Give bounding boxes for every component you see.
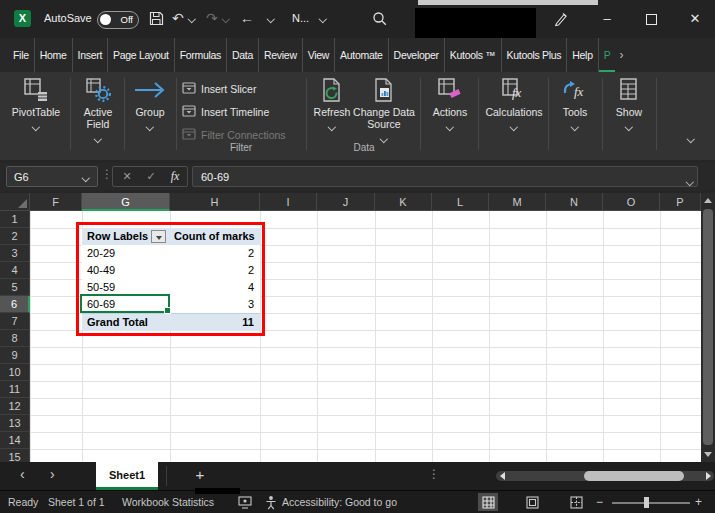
sheet-tab-sheet1[interactable]: Sheet1 <box>96 462 158 490</box>
formula-bar-expand-chevron-icon[interactable] <box>685 178 693 186</box>
cancel-icon[interactable]: ✕ <box>115 167 139 186</box>
ribbon-tab-p[interactable]: P <box>599 38 616 72</box>
row-header-9[interactable]: 9 <box>0 347 30 364</box>
insert-timeline-button[interactable]: Insert Timeline <box>182 103 269 121</box>
zoom-in-button[interactable]: + <box>695 495 702 509</box>
row-header-11[interactable]: 11 <box>0 381 30 398</box>
ribbon-tab-automate[interactable]: Automate <box>335 38 389 72</box>
calculations-button[interactable]: fx Calculations <box>482 76 546 130</box>
sheet-nav-left-icon[interactable]: ‹ <box>20 466 25 482</box>
enter-icon[interactable]: ✓ <box>139 167 163 186</box>
column-header-j[interactable]: J <box>317 193 375 211</box>
ribbon-tab-developer[interactable]: Developer <box>389 38 445 72</box>
column-header-f[interactable]: F <box>30 193 82 211</box>
add-sheet-button[interactable]: + <box>190 465 210 485</box>
row-header-2[interactable]: 2 <box>0 228 30 245</box>
ribbon-tab-kutools[interactable]: Kutools ™ <box>445 38 502 72</box>
qat-overflow-chevron-icon[interactable] <box>267 15 275 23</box>
actions-button[interactable]: Actions <box>424 76 476 130</box>
active-field-button[interactable]: Active Field <box>76 76 120 142</box>
formula-input[interactable]: 60-69 <box>192 166 698 187</box>
ribbon-tab-page-layout[interactable]: Page Layout <box>108 38 175 72</box>
row-header-14[interactable]: 14 <box>0 432 30 449</box>
row-header-15[interactable]: 15 <box>0 449 30 462</box>
autosave-toggle[interactable]: Off <box>97 11 139 29</box>
column-header-n[interactable]: N <box>546 193 603 211</box>
accessibility-icon[interactable] <box>264 495 278 512</box>
status-accessibility[interactable]: Accessibility: Good to go <box>282 496 397 508</box>
ribbon-tab-view[interactable]: View <box>303 38 335 72</box>
normal-view-button[interactable] <box>478 493 498 511</box>
undo-chevron-icon[interactable] <box>188 15 196 23</box>
column-header-g[interactable]: G <box>82 193 170 211</box>
row-header-5[interactable]: 5 <box>0 279 30 296</box>
save-icon[interactable] <box>149 11 164 30</box>
scroll-down-icon[interactable] <box>704 452 712 457</box>
column-header-m[interactable]: M <box>489 193 546 211</box>
column-header-o[interactable]: O <box>603 193 660 211</box>
row-header-1[interactable]: 1 <box>0 211 30 228</box>
worksheet-grid[interactable]: FGHIJKLMNOP123456789101112131415Row Labe… <box>0 193 715 462</box>
search-icon[interactable] <box>372 11 387 30</box>
ribbon-tab-formulas[interactable]: Formulas <box>175 38 227 72</box>
macro-record-icon[interactable] <box>238 496 252 511</box>
document-name[interactable]: N... <box>292 12 309 24</box>
scroll-left-icon[interactable] <box>500 472 505 480</box>
column-header-p[interactable]: P <box>660 193 701 211</box>
group-button[interactable]: Group <box>128 76 172 130</box>
undo-icon[interactable]: ↶ <box>172 9 184 27</box>
row-header-13[interactable]: 13 <box>0 415 30 432</box>
workbook-statistics-button[interactable]: Workbook Statistics <box>122 496 214 508</box>
show-button[interactable]: Show <box>606 76 652 130</box>
ribbon-tab-file[interactable]: File <box>8 38 35 72</box>
change-data-source-button[interactable]: Change Data Source <box>352 76 416 142</box>
tools-button[interactable]: fx Tools <box>552 76 598 130</box>
scroll-up-icon[interactable] <box>704 198 712 203</box>
collapse-ribbon-chevron-icon[interactable] <box>687 135 695 143</box>
excel-logo-icon[interactable]: X <box>14 10 31 27</box>
insert-function-icon[interactable]: fx <box>163 167 187 186</box>
row-header-6[interactable]: 6 <box>0 296 30 313</box>
maximize-button[interactable] <box>646 14 657 25</box>
column-header-h[interactable]: H <box>170 193 260 211</box>
select-all-button[interactable] <box>0 193 30 211</box>
row-header-7[interactable]: 7 <box>0 313 30 330</box>
row-header-10[interactable]: 10 <box>0 364 30 381</box>
close-button[interactable]: ✕ <box>684 8 706 30</box>
back-icon[interactable]: ← <box>240 9 254 27</box>
row-header-3[interactable]: 3 <box>0 245 30 262</box>
ribbon-tab-review[interactable]: Review <box>259 38 303 72</box>
column-header-k[interactable]: K <box>375 193 432 211</box>
row-header-8[interactable]: 8 <box>0 330 30 347</box>
tab-scroll-chevron-icon[interactable]: › <box>615 38 627 72</box>
ribbon-tab-insert[interactable]: Insert <box>73 38 108 72</box>
insert-slicer-button[interactable]: Insert Slicer <box>182 80 256 98</box>
minimize-button[interactable]: – <box>596 8 618 30</box>
horizontal-scrollbar-thumb[interactable] <box>584 471 684 481</box>
sheet-nav-right-icon[interactable]: › <box>50 466 55 482</box>
horizontal-scrollbar[interactable] <box>496 471 714 481</box>
zoom-slider-thumb[interactable] <box>644 497 649 508</box>
refresh-button[interactable]: Refresh <box>312 76 352 130</box>
page-break-preview-button[interactable] <box>566 493 586 511</box>
pen-ink-icon[interactable] <box>553 11 569 31</box>
zoom-out-button[interactable]: − <box>596 495 603 509</box>
document-name-chevron-icon[interactable] <box>319 15 327 23</box>
column-header-i[interactable]: I <box>260 193 317 211</box>
scroll-right-icon[interactable] <box>706 472 711 480</box>
vertical-scrollbar[interactable] <box>701 193 715 462</box>
name-box-chevron-icon[interactable] <box>81 174 89 182</box>
tab-bar-resize-handle[interactable]: ⋮ <box>428 467 440 481</box>
row-header-12[interactable]: 12 <box>0 398 30 415</box>
vertical-scrollbar-thumb[interactable] <box>703 209 713 445</box>
column-header-l[interactable]: L <box>432 193 489 211</box>
page-layout-view-button[interactable] <box>522 493 542 511</box>
ribbon-tab-help[interactable]: Help <box>567 38 598 72</box>
ribbon-tab-kutools-plus[interactable]: Kutools Plus <box>502 38 568 72</box>
ribbon-tab-data[interactable]: Data <box>227 38 259 72</box>
row-header-4[interactable]: 4 <box>0 262 30 279</box>
name-box[interactable]: G6 <box>6 166 98 187</box>
zoom-slider-track[interactable] <box>612 502 690 504</box>
ribbon-tab-home[interactable]: Home <box>35 38 73 72</box>
pivottable-button[interactable]: PivotTable <box>6 76 66 130</box>
